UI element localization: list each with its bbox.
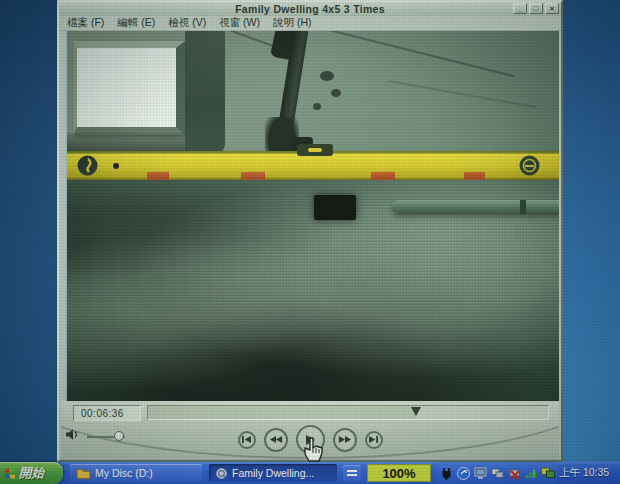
wall-upper [67, 31, 559, 153]
display-settings-icon[interactable] [473, 466, 487, 480]
wall-crack [320, 31, 514, 77]
wall-stain [320, 71, 334, 81]
system-tray [437, 462, 557, 484]
level-end-vial-right [519, 155, 540, 176]
taskbar-item-label: Family Dwelling... [232, 467, 314, 479]
seek-fill [148, 406, 416, 419]
network-status-icon[interactable] [490, 466, 504, 480]
wall-hole [314, 195, 356, 220]
wall-lower [67, 180, 559, 401]
timecode-display: 00:06:36 [73, 405, 141, 421]
start-button[interactable]: 開始 [0, 462, 63, 484]
wall-stain [313, 103, 321, 110]
start-label: 開始 [19, 465, 44, 482]
battery-percent: 100% [382, 466, 415, 481]
fast-forward-icon [338, 435, 352, 444]
fast-forward-button[interactable] [333, 428, 357, 452]
seek-bar[interactable] [147, 405, 549, 420]
menu-window[interactable]: 視窗 (W) [219, 16, 260, 30]
taskbar-item-family-dwelling[interactable]: Family Dwelling... [209, 464, 337, 482]
maximize-button[interactable]: □ [529, 3, 543, 14]
seek-thumb[interactable] [411, 407, 421, 416]
spirit-level [67, 151, 559, 180]
level-hole [113, 163, 119, 169]
desktop: Family Dwelling 4x5 3 Times _ □ × 檔案 (F)… [0, 0, 620, 484]
jump-to-end-button[interactable] [365, 431, 383, 449]
window-opening [73, 41, 185, 135]
horizontal-pipe [392, 200, 559, 214]
menubar: 檔案 (F) 編輯 (E) 檢視 (V) 視窗 (W) 說明 (H) [59, 16, 561, 31]
play-icon [304, 434, 316, 446]
menu-file[interactable]: 檔案 (F) [67, 16, 104, 30]
folder-icon [76, 467, 91, 479]
player-window: Family Dwelling 4x5 3 Times _ □ × 檔案 (F)… [57, 0, 563, 462]
power-plug-icon[interactable] [439, 466, 453, 480]
window-title: Family Dwelling 4x5 3 Times [235, 3, 385, 15]
taskbar-clock[interactable]: 上午 10:35 [559, 466, 609, 480]
transport-controls [61, 425, 559, 454]
menu-help[interactable]: 說明 (H) [273, 16, 312, 30]
pipe-joint [520, 200, 526, 214]
wall-stain [331, 89, 341, 97]
menu-edit[interactable]: 編輯 (E) [117, 16, 155, 30]
taskbar-item-label: My Disc (D:) [95, 467, 153, 479]
minimized-window-button[interactable] [343, 465, 361, 481]
rewind-icon [269, 435, 283, 444]
video-viewport [65, 31, 559, 401]
windows-flag-icon [4, 467, 16, 479]
jump-to-start-button[interactable] [238, 431, 256, 449]
wall-crack [388, 80, 536, 108]
shadow-column [185, 31, 225, 157]
minimize-button[interactable]: _ [513, 3, 527, 14]
player-icon[interactable] [456, 466, 470, 480]
play-button[interactable] [296, 425, 325, 454]
connection-error-icon[interactable] [507, 466, 521, 480]
window-controls: _ □ × [513, 3, 559, 14]
timecode-text: 00:06:36 [81, 408, 124, 419]
jump-to-end-icon [368, 435, 379, 444]
rewind-button[interactable] [264, 428, 288, 452]
taskbar: 開始 My Disc (D:) Family Dwelling... 100% [0, 462, 620, 484]
quicktime-icon [215, 467, 228, 480]
jump-to-start-icon [241, 435, 252, 444]
taskbar-item-my-disc[interactable]: My Disc (D:) [70, 464, 202, 482]
level-end-vial-left [77, 155, 98, 176]
battery-indicator[interactable]: 100% [367, 464, 431, 482]
signal-strength-icon[interactable] [524, 466, 538, 480]
player-controller: 00:06:36 [61, 401, 559, 460]
menu-view[interactable]: 檢視 (V) [168, 16, 206, 30]
close-button[interactable]: × [545, 3, 559, 14]
level-center-vial [297, 144, 333, 156]
titlebar[interactable]: Family Dwelling 4x5 3 Times _ □ × [59, 2, 561, 16]
dual-monitor-icon[interactable] [541, 466, 555, 480]
